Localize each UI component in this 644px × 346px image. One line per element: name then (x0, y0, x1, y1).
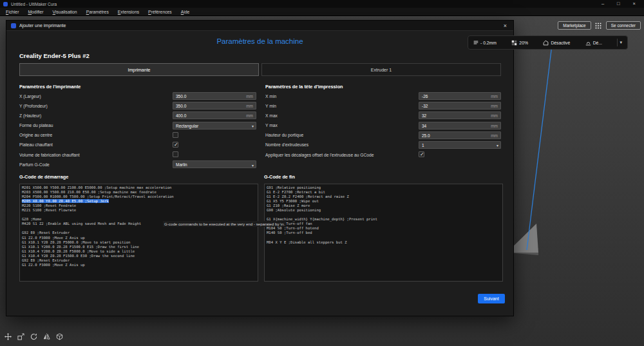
rotate-icon[interactable] (30, 332, 38, 341)
gcode-tooltip: G-code commands to be executed at the ve… (163, 221, 286, 227)
setting-checkbox[interactable] (173, 142, 178, 148)
applications-grid-icon[interactable] (595, 22, 602, 29)
setting-row: Y (Profondeur)350.0mm (19, 101, 256, 111)
chevron-down-icon: ▾ (252, 163, 254, 168)
gcode-line: G1 X10.1 Y20 Z0.28 F5000.0 ;Move to star… (22, 240, 130, 244)
dock-expand[interactable]: ▾ (617, 39, 622, 46)
adhesion-setting[interactable]: Dé... (585, 40, 602, 46)
setting-checkbox[interactable] (173, 132, 178, 138)
setting-dropdown[interactable]: 1▾ (419, 141, 501, 149)
setting-label: Volume de fabrication chauffant (19, 153, 80, 157)
menu-extensions[interactable]: Extensions (113, 8, 144, 16)
setting-row: Y max34mm (265, 121, 501, 131)
setting-value: 350.0 (176, 94, 186, 99)
tab-extruder-1[interactable]: Extruder 1 (261, 63, 501, 76)
next-button[interactable]: Suivant (478, 294, 505, 303)
setting-input[interactable]: 25.0mm (419, 131, 501, 139)
setting-row: Plateau chauffant (19, 140, 256, 150)
setting-row: Forme du plateauRectangular▾ (19, 121, 256, 131)
setting-label: X max (265, 113, 278, 118)
setting-label: Y min (265, 104, 276, 108)
setting-value: 25.0 (422, 133, 430, 138)
printer-section-title: Paramètres de l'imprimante (19, 82, 256, 91)
menu-visualisation[interactable]: Visualisation (48, 8, 82, 16)
printhead-settings-column: Paramètres de la tête d'impression X min… (265, 82, 501, 160)
scale-icon[interactable] (17, 332, 25, 341)
machine-name: Creality Ender-5 Plus #2 (19, 52, 90, 59)
wizard-titlebar: Ajouter une imprimante × (6, 21, 513, 31)
setting-checkbox[interactable] (419, 151, 424, 157)
setting-row: X max32mm (265, 111, 501, 120)
sign-in-button[interactable]: Se connecter (606, 21, 641, 30)
setting-unit: mm (491, 113, 498, 118)
setting-label: Y (Profondeur) (19, 104, 48, 108)
end-gcode-title: G-Code de fin (264, 174, 295, 180)
setting-input[interactable]: 400.0mm (173, 111, 256, 119)
gcode-line: M140 S0 ;Turn-off bed (267, 231, 312, 235)
cura-logo-icon (11, 23, 16, 28)
marketplace-button[interactable]: Marketplace (558, 21, 591, 30)
support-setting[interactable]: Désactivé (543, 40, 570, 46)
support-blocker-icon[interactable] (55, 332, 64, 341)
gcode-line: G28 ;Home (22, 217, 41, 221)
machine-tabs: ImprimanteExtruder 1 (19, 63, 501, 76)
adhesion-icon (585, 40, 591, 46)
wizard-title: Ajouter une imprimante (19, 23, 66, 28)
selected-gcode-line: M205 X8.00 Y8.00 Z0.40 E5.00 ;Setup Jerk (22, 199, 109, 203)
chevron-down-icon[interactable]: ▾ (620, 40, 622, 45)
tab-imprimante[interactable]: Imprimante (19, 63, 259, 76)
menu-modifier[interactable]: Modifier (23, 8, 48, 16)
minimize-icon[interactable]: – (601, 0, 604, 8)
end-gcode-editor[interactable]: G91 ;Relative positioningG1 E-2 F2700 ;R… (264, 184, 503, 282)
menu-preferences[interactable]: Préférences (144, 8, 176, 16)
gcode-line: G91 ;Relative positioning (267, 186, 321, 189)
setting-input[interactable]: -26mm (419, 92, 501, 100)
menu-fichier[interactable]: Fichier (1, 8, 23, 16)
profile-setting[interactable]: - 0.2mm (473, 40, 497, 45)
setting-value: -32 (422, 104, 428, 108)
setting-row: Appliquer les décalages offset de l'extr… (265, 150, 501, 160)
setting-unit: mm (491, 94, 498, 99)
setting-value: 400.0 (176, 113, 186, 118)
infill-setting[interactable]: 20% (511, 40, 528, 46)
infill-icon (511, 40, 517, 46)
maximize-icon[interactable]: □ (617, 0, 620, 8)
start-gcode-editor[interactable]: M201 X500.00 Y500.00 Z100.00 E5000.00 ;S… (19, 184, 258, 282)
printhead-fields: X min-26mmY min-32mmX max32mmY max34mmHa… (265, 91, 501, 160)
setting-dropdown[interactable]: Rectangular▾ (173, 122, 256, 130)
setting-label: Origine au centre (19, 133, 52, 137)
setting-label: Forme du plateau (19, 123, 53, 128)
dialog-title: Paramètres de la machine (6, 37, 513, 45)
setting-checkbox[interactable] (173, 151, 178, 157)
print-settings-dock[interactable]: - 0.2mm 20% Désactivé Dé... ▾ (468, 35, 628, 50)
setting-dropdown[interactable]: Marlin▾ (173, 160, 256, 168)
setting-unit: mm (246, 113, 253, 118)
menu-aide[interactable]: Aide (176, 8, 194, 16)
setting-unit: mm (491, 133, 498, 138)
move-icon[interactable] (4, 332, 12, 341)
setting-input[interactable]: 34mm (419, 122, 501, 130)
chevron-down-icon: ▾ (252, 124, 254, 128)
setting-value: Marlin (176, 162, 187, 167)
setting-input[interactable]: 350.0mm (173, 92, 256, 100)
setting-row: Nombre d'extrudeuses1▾ (265, 140, 501, 150)
printer-settings-column: Paramètres de l'imprimante X (Largeur)35… (19, 82, 256, 170)
setting-value: 34 (422, 124, 426, 128)
infill-value: 20% (519, 41, 528, 45)
mirror-icon[interactable] (43, 332, 51, 341)
gcode-line: G1 X5 Y5 F3000 ;Wipe out (267, 199, 319, 203)
gcode-line: M220 S100 ;Reset Feedrate (22, 204, 76, 207)
setting-label: X min (265, 94, 276, 99)
printer-fields: X (Largeur)350.0mmY (Profondeur)350.0mmZ… (19, 91, 256, 170)
gcode-line: G1 X10.4 Y20 Z0.28 F1500.0 E30 ;Draw the… (22, 254, 135, 258)
setting-input[interactable]: -32mm (419, 102, 501, 110)
close-icon[interactable]: × (633, 0, 636, 8)
close-icon[interactable]: × (502, 23, 509, 29)
menu-parametres[interactable]: Paramètres (82, 8, 113, 16)
setting-input[interactable]: 32mm (419, 111, 501, 119)
setting-label: Appliquer les décalages offset de l'extr… (265, 153, 374, 157)
gcode-line: M104 S0 ;Turn-off hotend (267, 226, 319, 230)
setting-input[interactable]: 350.0mm (173, 102, 256, 110)
setting-value: Rectangular (176, 124, 198, 128)
setting-unit: mm (491, 104, 498, 108)
